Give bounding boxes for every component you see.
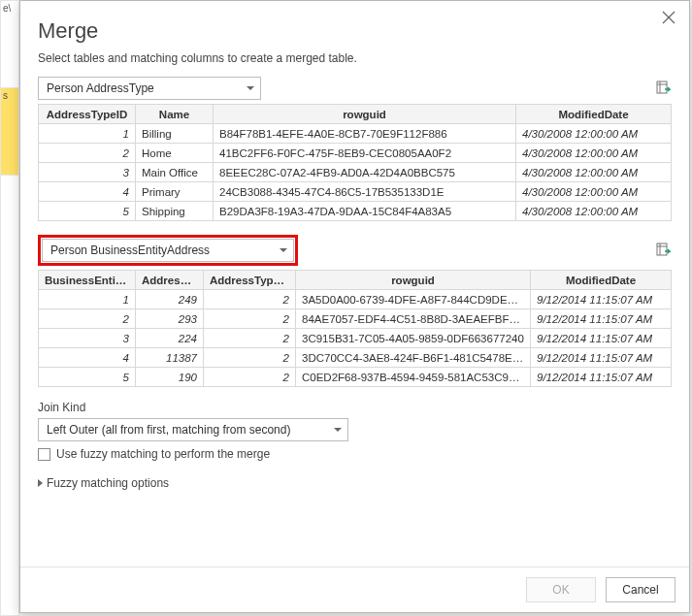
highlight-annotation: Person BusinessEntityAddress	[38, 235, 298, 266]
fuzzy-matching-label: Use fuzzy matching to perform the merge	[56, 447, 270, 461]
join-kind-label: Join Kind	[38, 401, 672, 414]
first-table-dropdown-label: Person AddressType	[47, 81, 154, 95]
col-header[interactable]: AddressTypeID	[204, 271, 296, 290]
ok-button[interactable]: OK	[526, 577, 596, 602]
col-header[interactable]: rowguid	[214, 105, 516, 124]
merge-dialog: Merge Select tables and matching columns…	[19, 0, 690, 613]
svg-rect-2	[657, 81, 667, 93]
table-row: 4Primary24CB3088-4345-47C4-86C5-17B53513…	[39, 182, 672, 202]
chevron-down-icon	[334, 428, 342, 432]
col-header[interactable]: BusinessEntityID	[39, 271, 136, 290]
table-row: 1BillingB84F78B1-4EFE-4A0E-8CB7-70E9F112…	[39, 124, 672, 144]
col-header[interactable]: AddressTypeID	[39, 105, 136, 124]
table-row: 322423C915B31-7C05-4A05-9859-0DF66367724…	[39, 329, 672, 348]
fuzzy-options-label: Fuzzy matching options	[47, 476, 169, 490]
col-header[interactable]: ModifiedDate	[531, 271, 672, 290]
table-row: 2Home41BC2FF6-F0FC-475F-8EB9-CEC0805AA0F…	[39, 144, 672, 163]
table-row: 51902C0ED2F68-937B-4594-9459-581AC53C98E…	[39, 368, 672, 387]
first-table-grid[interactable]: AddressTypeID Name rowguid ModifiedDate …	[38, 104, 672, 221]
join-kind-dropdown[interactable]: Left Outer (all from first, matching fro…	[38, 418, 348, 441]
col-header[interactable]: ModifiedDate	[516, 105, 672, 124]
join-kind-value: Left Outer (all from first, matching fro…	[47, 423, 290, 437]
chevron-right-icon	[38, 479, 43, 487]
expand-table-icon[interactable]	[656, 243, 672, 258]
col-header[interactable]: Name	[136, 105, 214, 124]
table-row: 41138723DC70CC4-3AE8-424F-B6F1-481C5478E…	[39, 348, 672, 368]
background-panel: e\ s	[0, 0, 19, 616]
chevron-down-icon	[247, 86, 254, 90]
fuzzy-options-expander[interactable]: Fuzzy matching options	[38, 476, 672, 490]
dialog-title: Merge	[38, 18, 672, 44]
second-table-dropdown[interactable]: Person BusinessEntityAddress	[42, 239, 294, 262]
chevron-down-icon	[280, 248, 287, 252]
col-header[interactable]: AddressID	[136, 271, 204, 290]
fuzzy-matching-checkbox[interactable]	[38, 448, 50, 461]
first-table-dropdown[interactable]: Person AddressType	[38, 77, 261, 100]
table-row: 3Main Office8EEEC28C-07A2-4FB9-AD0A-42D4…	[39, 163, 672, 182]
close-button[interactable]	[662, 11, 676, 24]
second-table-dropdown-label: Person BusinessEntityAddress	[50, 243, 210, 257]
cancel-button[interactable]: Cancel	[606, 577, 676, 602]
table-row: 5ShippingB29DA3F8-19A3-47DA-9DAA-15C84F4…	[39, 202, 672, 221]
svg-rect-5	[657, 243, 667, 255]
expand-table-icon[interactable]	[656, 81, 672, 96]
col-header[interactable]: rowguid	[296, 271, 531, 290]
dialog-footer: OK Cancel	[20, 567, 689, 612]
table-row: 124923A5D0A00-6739-4DFE-A8F7-844CD9DEE3D…	[39, 290, 672, 309]
dialog-subtitle: Select tables and matching columns to cr…	[38, 51, 672, 65]
table-row: 2293284AE7057-EDF4-4C51-8B8D-3AEAEFBFB4A…	[39, 309, 672, 329]
second-table-grid[interactable]: BusinessEntityID AddressID AddressTypeID…	[38, 270, 672, 387]
